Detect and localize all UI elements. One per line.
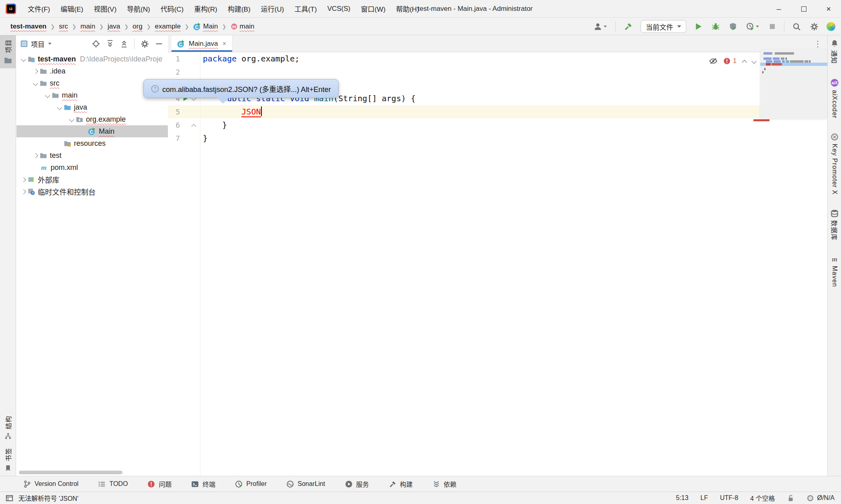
collapse-all-button[interactable] [120,40,128,48]
error-badge-icon[interactable] [723,57,731,65]
stop-button[interactable] [768,22,777,31]
menu-视图[interactable]: 视图(V) [88,0,122,17]
code-line-2[interactable]: 2 [168,65,827,79]
chevron-expanded-icon[interactable] [33,81,38,86]
code-line-6[interactable]: 6 } [168,118,827,132]
breadcrumb-item-java[interactable]: java [106,21,122,32]
line-ending[interactable]: LF [700,494,708,502]
indent-setting[interactable]: 4 个空格 [750,493,775,503]
tool-window-button-SonarLint[interactable]: SonarLint [286,480,325,488]
tool-button-Key Promoter X[interactable]: Key Promoter X [828,133,841,195]
code-line-7[interactable]: 7} [168,132,827,145]
chevron-expanded-icon[interactable] [57,105,62,110]
build-icon [389,480,396,488]
run-button[interactable] [693,21,704,32]
breadcrumb-item-example[interactable]: example [153,21,182,32]
menu-导航[interactable]: 导航(N) [122,0,155,17]
menu-代码[interactable]: 代码(C) [155,0,189,17]
tool-window-button-终端[interactable]: 终端 [191,479,215,489]
highlighting-level-icon[interactable] [709,57,717,65]
tool-window-button-服务[interactable]: 服务 [345,479,369,489]
error-stripe-mark[interactable] [753,119,770,121]
user-menu-button[interactable] [592,21,608,32]
code-analysis-status[interactable]: Ø/N/A [806,494,835,502]
tree-item-外部库[interactable]: 外部库 [16,173,168,186]
tree-item-org.example[interactable]: org.example [16,113,168,125]
tree-item-java[interactable]: java [16,101,168,113]
tool-button-aiXcoder[interactable]: aiXaiXcoder [828,78,841,118]
profiler-button[interactable] [745,21,761,32]
search-everywhere-button[interactable] [791,21,802,32]
menu-窗口[interactable]: 窗口(W) [356,0,391,17]
fold-marker-icon[interactable] [191,124,196,129]
menu-重构[interactable]: 重构(R) [189,0,222,17]
menu-运行[interactable]: 运行(U) [256,0,290,17]
build-project-button[interactable] [623,21,634,32]
menu-编辑[interactable]: 编辑(E) [55,0,89,17]
tool-window-button-Profiler[interactable]: Profiler [235,480,267,488]
tab-close-icon[interactable]: × [222,40,227,48]
tool-button-通知[interactable]: 通知 [828,39,841,64]
menu-工具[interactable]: 工具(T) [289,0,322,17]
menu-VCS[interactable]: VCS(S) [322,0,356,17]
debug-button[interactable] [710,21,721,32]
ide-features-icon[interactable] [827,22,835,31]
tool-window-button-TODO[interactable]: TODO [98,480,128,488]
tree-item-pom.xml[interactable]: mpom.xml [16,161,168,173]
menu-构建[interactable]: 构建(B) [222,0,256,17]
tool-window-layout-icon[interactable] [6,494,13,502]
maximize-button[interactable] [791,0,816,18]
toolbar-divider [784,21,784,32]
select-opened-file-button[interactable] [92,40,100,48]
code-minimap[interactable] [760,49,827,119]
breadcrumb-item-org[interactable]: org [131,21,144,32]
chevron-collapsed-icon[interactable] [21,177,26,182]
tool-button-结构[interactable]: 结构 [0,412,16,444]
tool-button-Maven[interactable]: mMaven [828,255,841,287]
lock-icon[interactable] [787,494,794,502]
breadcrumb-item-main[interactable]: mmain [229,21,256,32]
hide-panel-button[interactable] [155,40,163,48]
caret-position[interactable]: 5:13 [676,494,688,502]
tool-window-button-Version Control[interactable]: Version Control [23,480,78,488]
file-encoding[interactable]: UTF-8 [720,494,738,502]
minimize-button[interactable]: – [766,0,791,18]
next-error-icon[interactable] [751,59,757,64]
previous-error-icon[interactable] [742,59,747,65]
code-line-5[interactable]: 5 JSON [168,105,827,118]
tool-button-项目[interactable]: 项目 [0,35,16,68]
tab-main-java[interactable]: C Main.java × [171,35,233,52]
expand-all-button[interactable] [106,40,114,48]
project-panel-title[interactable]: 项目 [20,39,52,49]
tool-button-书签[interactable]: 书签 [0,444,16,476]
chevron-collapsed-icon[interactable] [33,153,38,158]
run-configuration-select[interactable]: 当前文件 [641,20,686,33]
editor-body[interactable]: 1package org.example;234 public static v… [168,52,827,476]
tree-horizontal-scrollbar[interactable] [19,471,122,474]
tool-window-button-问题[interactable]: 问题 [147,479,171,489]
panel-options-button[interactable] [141,40,149,48]
breadcrumb-item-main[interactable]: main [79,21,97,32]
tree-item-test-maven[interactable]: test-mavenD:\IdeaProjects\IdeaProje [16,53,168,65]
chevron-collapsed-icon[interactable] [21,189,26,194]
chevron-expanded-icon[interactable] [21,57,26,62]
menu-文件[interactable]: 文件(F) [22,0,55,17]
tab-options-icon[interactable]: ⋮ [814,39,827,49]
breadcrumb-item-test-maven[interactable]: test-maven [9,21,48,32]
chevron-expanded-icon[interactable] [45,93,50,98]
settings-button[interactable] [809,21,820,32]
tree-item-Main[interactable]: CMain [16,125,168,137]
tree-item-.idea[interactable]: .idea [16,65,168,77]
run-with-coverage-button[interactable] [728,21,738,32]
chevron-collapsed-icon[interactable] [33,69,38,74]
tree-item-test[interactable]: test [16,149,168,161]
breadcrumb-item-Main[interactable]: CMain [192,21,220,32]
tree-item-临时文件和控制台[interactable]: 临时文件和控制台 [16,186,168,198]
tool-window-button-构建[interactable]: 构建 [389,479,413,489]
chevron-expanded-icon[interactable] [69,117,74,122]
tool-window-button-依赖[interactable]: 依赖 [433,479,457,489]
tool-button-数据库[interactable]: 数据库 [828,209,841,241]
breadcrumb-item-src[interactable]: src [57,21,70,32]
tree-item-resources[interactable]: resources [16,137,168,149]
close-button[interactable]: × [816,0,841,18]
